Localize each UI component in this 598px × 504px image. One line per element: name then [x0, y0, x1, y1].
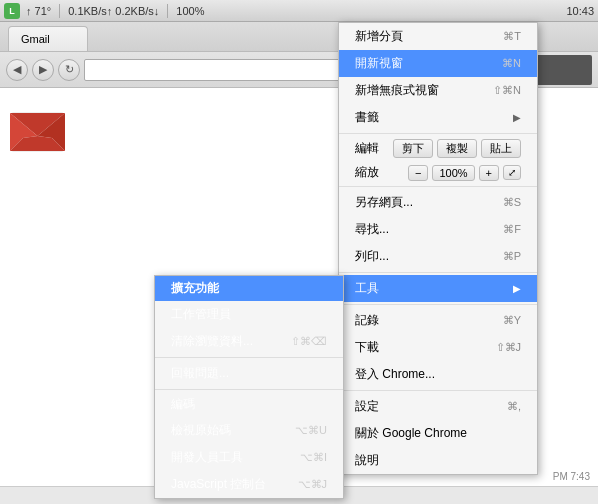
menubar-time: 10:43 — [566, 5, 594, 17]
incognito-label: 新增無痕式視窗 — [355, 82, 473, 99]
menu-item-signin[interactable]: 登入 Chrome... — [339, 361, 537, 388]
submenu-item-report[interactable]: 回報問題... — [155, 360, 343, 387]
tab-label: Gmail — [21, 33, 50, 45]
bookmarks-arrow: ▶ — [513, 112, 521, 123]
about-label: 關於 Google Chrome — [355, 425, 521, 442]
submenu-sep-1 — [155, 357, 343, 358]
tools-submenu: 擴充功能 工作管理員 清除瀏覽資料... ⇧⌘⌫ 回報問題... 編碼 檢視原始… — [154, 275, 344, 499]
gmail-logo — [10, 108, 65, 153]
menu-item-help[interactable]: 說明 — [339, 447, 537, 474]
menubar-temp: ↑ 71° — [26, 5, 51, 17]
tools-label: 工具 — [355, 280, 513, 297]
new-tab-shortcut: ⌘T — [503, 30, 521, 43]
menu-zoom-row: 縮放 − 100% + ⤢ — [339, 161, 537, 184]
js-console-label: JavaScript 控制台 — [171, 476, 278, 493]
clear-data-shortcut: ⇧⌘⌫ — [291, 335, 327, 348]
submenu-item-view-source[interactable]: 檢視原始碼 ⌥⌘U — [155, 417, 343, 444]
paste-button[interactable]: 貼上 — [481, 139, 521, 158]
extensions-label: 擴充功能 — [171, 280, 219, 297]
encoding-label: 編碼 — [171, 396, 195, 413]
menu-item-bookmarks[interactable]: 書籤 ▶ — [339, 104, 537, 131]
help-label: 說明 — [355, 452, 521, 469]
history-shortcut: ⌘Y — [503, 314, 521, 327]
submenu-item-js-console[interactable]: JavaScript 控制台 ⌥⌘J — [155, 471, 343, 498]
menubar-right: 10:43 — [566, 5, 594, 17]
bookmarks-label: 書籤 — [355, 109, 513, 126]
history-label: 記錄 — [355, 312, 483, 329]
menu-item-save[interactable]: 另存網頁... ⌘S — [339, 189, 537, 216]
zoom-label: 縮放 — [355, 164, 404, 181]
chrome-tab-gmail[interactable]: Gmail — [8, 26, 88, 51]
zoom-value: 100% — [432, 165, 474, 181]
submenu-header-encoding: 編碼 — [155, 392, 343, 417]
menu-item-new-tab[interactable]: 新增分頁 ⌘T — [339, 23, 537, 50]
zoom-fullscreen-button[interactable]: ⤢ — [503, 165, 521, 180]
menu-separator-5 — [339, 390, 537, 391]
save-label: 另存網頁... — [355, 194, 483, 211]
menu-separator-1 — [339, 133, 537, 134]
clear-data-label: 清除瀏覽資料... — [171, 333, 271, 350]
cut-button[interactable]: 剪下 — [393, 139, 433, 158]
report-label: 回報問題... — [171, 365, 327, 382]
tools-arrow: ▶ — [513, 283, 521, 294]
menu-item-print[interactable]: 列印... ⌘P — [339, 243, 537, 270]
js-console-shortcut: ⌥⌘J — [298, 478, 328, 491]
devtools-label: 開發人員工具 — [171, 449, 280, 466]
separator2 — [167, 4, 168, 18]
forward-button[interactable]: ▶ — [32, 59, 54, 81]
menu-item-settings[interactable]: 設定 ⌘, — [339, 393, 537, 420]
reload-button[interactable]: ↻ — [58, 59, 80, 81]
task-manager-label: 工作管理員 — [171, 306, 327, 323]
new-window-shortcut: ⌘N — [502, 57, 521, 70]
view-source-label: 檢視原始碼 — [171, 422, 275, 439]
downloads-label: 下載 — [355, 339, 476, 356]
submenu-item-task-manager[interactable]: 工作管理員 — [155, 301, 343, 328]
settings-label: 設定 — [355, 398, 487, 415]
menu-separator-3 — [339, 272, 537, 273]
print-shortcut: ⌘P — [503, 250, 521, 263]
menu-item-tools[interactable]: 工具 ▶ 擴充功能 工作管理員 清除瀏覽資料... ⇧⌘⌫ 回報問題... 編碼 — [339, 275, 537, 302]
line-icon: L — [4, 3, 20, 19]
view-source-shortcut: ⌥⌘U — [295, 424, 327, 437]
menu-item-incognito[interactable]: 新增無痕式視窗 ⇧⌘N — [339, 77, 537, 104]
print-label: 列印... — [355, 248, 483, 265]
settings-shortcut: ⌘, — [507, 400, 521, 413]
back-button[interactable]: ◀ — [6, 59, 28, 81]
page-time: PM 7:43 — [553, 471, 590, 482]
submenu-item-clear-data[interactable]: 清除瀏覽資料... ⇧⌘⌫ — [155, 328, 343, 355]
separator — [59, 4, 60, 18]
menu-separator-4 — [339, 304, 537, 305]
devtools-shortcut: ⌥⌘I — [300, 451, 327, 464]
menu-item-history[interactable]: 記錄 ⌘Y — [339, 307, 537, 334]
edit-label: 編輯 — [355, 140, 389, 157]
menubar-battery: 100% — [176, 5, 204, 17]
menu-item-new-window[interactable]: 開新視窗 ⌘N — [339, 50, 537, 77]
incognito-shortcut: ⇧⌘N — [493, 84, 521, 97]
new-window-label: 開新視窗 — [355, 55, 482, 72]
menu-item-downloads[interactable]: 下載 ⇧⌘J — [339, 334, 537, 361]
menubar: L ↑ 71° 0.1KB/s↑ 0.2KB/s↓ 100% 10:43 — [0, 0, 598, 22]
submenu-sep-2 — [155, 389, 343, 390]
downloads-shortcut: ⇧⌘J — [496, 341, 522, 354]
menu-item-find[interactable]: 尋找... ⌘F — [339, 216, 537, 243]
find-label: 尋找... — [355, 221, 483, 238]
signin-label: 登入 Chrome... — [355, 366, 521, 383]
zoom-out-button[interactable]: − — [408, 165, 428, 181]
menu-item-about[interactable]: 關於 Google Chrome — [339, 420, 537, 447]
save-shortcut: ⌘S — [503, 196, 521, 209]
menubar-network: 0.1KB/s↑ 0.2KB/s↓ — [68, 5, 159, 17]
copy-button[interactable]: 複製 — [437, 139, 477, 158]
main-dropdown-menu: 新增分頁 ⌘T 開新視窗 ⌘N 新增無痕式視窗 ⇧⌘N 書籤 ▶ 編輯 剪下 複… — [338, 22, 538, 475]
new-tab-label: 新增分頁 — [355, 28, 483, 45]
submenu-header-extensions: 擴充功能 — [155, 276, 343, 301]
submenu-item-devtools[interactable]: 開發人員工具 ⌥⌘I — [155, 444, 343, 471]
find-shortcut: ⌘F — [503, 223, 521, 236]
menu-edit-row: 編輯 剪下 複製 貼上 — [339, 136, 537, 161]
zoom-in-button[interactable]: + — [479, 165, 499, 181]
menu-separator-2 — [339, 186, 537, 187]
